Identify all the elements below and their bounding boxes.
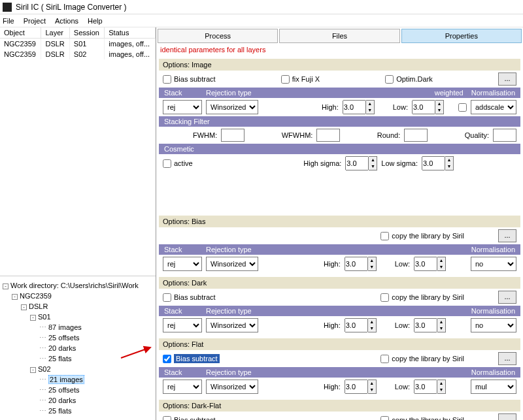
col-layer[interactable]: Layer <box>41 27 69 39</box>
tree-leaf[interactable]: ⋯25 flats <box>3 353 153 364</box>
menu-file[interactable]: File <box>3 17 14 25</box>
high-input[interactable] <box>345 380 368 394</box>
fwhm-input[interactable] <box>221 129 245 142</box>
header-stack-flat: Stack Rejection type Normalisation <box>159 367 520 378</box>
cell-status: images, off... <box>105 39 156 50</box>
session-table: Object Layer Session Status NGC2359DSLRS… <box>0 27 156 59</box>
spin-up-icon[interactable]: ▲ <box>366 101 374 107</box>
tree-object[interactable]: NGC2359 <box>20 292 52 300</box>
spin-down-icon[interactable]: ▼ <box>369 163 377 170</box>
tree-leaf[interactable]: ⋯20 darks <box>3 395 153 406</box>
tree-leaf[interactable]: ⋯25 flats <box>3 406 153 416</box>
high-input[interactable] <box>345 318 368 332</box>
spin-down-icon[interactable]: ▼ <box>368 325 376 332</box>
tab-properties[interactable]: Properties <box>401 29 522 43</box>
rejection-select[interactable]: Winsorized <box>206 380 258 394</box>
low-sigma-input[interactable] <box>422 156 445 170</box>
chk-bias-subtract-dark[interactable]: Bias subtract <box>163 293 216 302</box>
spin-down-icon[interactable]: ▼ <box>445 163 453 170</box>
chk-optim-dark[interactable]: Optim.Dark <box>385 75 433 84</box>
high-input[interactable] <box>345 257 368 271</box>
col-status[interactable]: Status <box>105 27 156 39</box>
browse-button[interactable]: ... <box>498 352 516 365</box>
rejection-select[interactable]: Winsorized <box>206 100 258 114</box>
tree-toggle-icon[interactable]: - <box>3 283 8 289</box>
tab-process[interactable]: Process <box>158 29 278 43</box>
round-input[interactable] <box>404 129 428 142</box>
spin-down-icon[interactable]: ▼ <box>366 107 374 114</box>
tab-files[interactable]: Files <box>279 29 399 43</box>
spin-up-icon[interactable]: ▲ <box>369 157 377 163</box>
spin-up-icon[interactable]: ▲ <box>368 380 376 387</box>
spin-down-icon[interactable]: ▼ <box>437 264 445 270</box>
menu-help[interactable]: Help <box>88 17 103 25</box>
spin-up-icon[interactable]: ▲ <box>437 380 445 387</box>
cell-status: images, off... <box>105 49 156 59</box>
stack-select[interactable]: rej <box>163 257 202 271</box>
col-object[interactable]: Object <box>0 27 41 39</box>
chk-active[interactable]: active <box>163 159 193 168</box>
quality-input[interactable] <box>493 129 516 142</box>
spin-up-icon[interactable]: ▲ <box>368 257 376 264</box>
tree-leaf[interactable]: ⋯20 darks <box>3 343 153 353</box>
chk-copy-lib-dark[interactable]: copy the library by Siril <box>380 293 464 302</box>
low-input[interactable] <box>414 318 437 332</box>
normalisation-select[interactable]: no <box>471 257 516 271</box>
spin-down-icon[interactable]: ▼ <box>437 325 445 332</box>
tree-workdir[interactable]: Work directory: C:\Users\richs\Siril\Wor… <box>10 282 139 289</box>
tree-session-s02[interactable]: S02 <box>38 365 51 373</box>
spin-down-icon[interactable]: ▼ <box>435 107 443 114</box>
tree-toggle-icon[interactable]: - <box>21 304 27 310</box>
stack-select[interactable]: rej <box>163 100 202 114</box>
col-session[interactable]: Session <box>69 27 104 39</box>
tree-session-s01[interactable]: S01 <box>38 313 51 321</box>
chk-copy-lib-bias[interactable]: copy the library by Siril <box>380 232 464 240</box>
tree-leaf[interactable]: ⋯25 offsets <box>3 332 153 343</box>
table-row[interactable]: NGC2359DSLRS01images, off... <box>0 39 156 50</box>
browse-button[interactable]: ... <box>498 229 516 242</box>
browse-button[interactable]: ... <box>498 413 516 420</box>
chk-fix-fuji[interactable]: fix Fuji X <box>281 75 320 84</box>
chk-bias-subtract[interactable]: Bias subtract <box>163 75 216 84</box>
spin-down-icon[interactable]: ▼ <box>368 387 376 393</box>
normalisation-select[interactable]: mul <box>471 380 516 394</box>
spin-up-icon[interactable]: ▲ <box>435 101 443 107</box>
spin-up-icon[interactable]: ▲ <box>368 319 376 325</box>
rejection-select[interactable]: Winsorized <box>206 318 258 332</box>
normalisation-select[interactable]: addscale <box>471 100 516 114</box>
table-row[interactable]: NGC2359DSLRS02images, off... <box>0 49 156 59</box>
rejection-select[interactable]: Winsorized <box>206 257 258 271</box>
low-input[interactable] <box>414 257 437 271</box>
tree-toggle-icon[interactable]: - <box>30 367 36 373</box>
high-input[interactable] <box>343 100 366 114</box>
menu-actions[interactable]: Actions <box>55 17 78 25</box>
tree-leaf[interactable]: ⋯21 images <box>3 374 153 385</box>
stack-select[interactable]: rej <box>163 380 202 394</box>
normalisation-select[interactable]: no <box>471 318 516 332</box>
spin-up-icon[interactable]: ▲ <box>445 157 453 163</box>
low-input[interactable] <box>412 100 435 114</box>
tree-toggle-icon[interactable]: - <box>12 294 18 300</box>
wfwhm-input[interactable] <box>316 129 340 142</box>
chk-bias-subtract-flat[interactable]: Bias subtract <box>163 354 220 363</box>
chk-copy-lib-darkflat[interactable]: copy the library by Siril <box>380 416 464 421</box>
file-tree[interactable]: -Work directory: C:\Users\richs\Siril\Wo… <box>0 276 156 420</box>
spin-up-icon[interactable]: ▲ <box>437 257 445 264</box>
tree-layer[interactable]: DSLR <box>29 302 48 310</box>
stack-select[interactable]: rej <box>163 318 202 332</box>
browse-button[interactable]: ... <box>498 73 516 86</box>
low-input[interactable] <box>414 380 437 394</box>
weighted-checkbox[interactable] <box>458 103 467 112</box>
menu-project[interactable]: Project <box>24 17 46 25</box>
tree-leaf[interactable]: ⋯87 images <box>3 322 153 332</box>
tree-toggle-icon[interactable]: - <box>30 315 36 321</box>
browse-button[interactable]: ... <box>498 291 516 304</box>
group-flat-title: Options: Flat <box>159 338 520 350</box>
chk-copy-lib-flat[interactable]: copy the library by Siril <box>380 355 464 363</box>
chk-bias-subtract-darkflat[interactable]: Bias subtract <box>163 416 216 421</box>
tree-leaf[interactable]: ⋯25 offsets <box>3 385 153 395</box>
high-sigma-input[interactable] <box>345 156 369 170</box>
spin-up-icon[interactable]: ▲ <box>437 319 445 325</box>
spin-down-icon[interactable]: ▼ <box>437 387 445 393</box>
spin-down-icon[interactable]: ▼ <box>368 264 376 270</box>
